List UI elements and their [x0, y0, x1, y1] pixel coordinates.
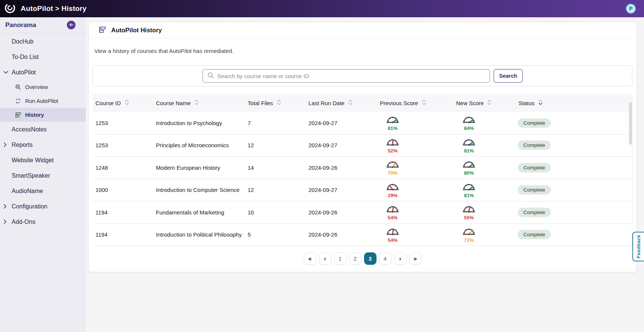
new-score-gauge-icon	[462, 182, 476, 192]
cell-status: Complete	[516, 185, 632, 195]
cell-course-name: Modern European History	[153, 164, 245, 171]
new-score-value: 81%	[464, 148, 474, 154]
cell-course-id: 1248	[93, 164, 153, 171]
cell-last-run-date: 2024-09-27	[306, 120, 377, 126]
card-header: AutoPilot History	[89, 23, 636, 38]
page-button-1[interactable]: 1	[334, 252, 346, 265]
cell-total-files: 10	[245, 209, 306, 216]
column-header-new-score[interactable]: New Score	[454, 100, 516, 106]
status-badge: Complete	[518, 163, 551, 172]
card-description: View a history of courses that AutoPilot…	[89, 38, 636, 62]
sidebar-item-smartspeaker[interactable]: SmartSpeaker	[0, 168, 86, 183]
previous-score-gauge-icon	[386, 226, 399, 237]
new-score-gauge-icon	[462, 137, 476, 148]
column-header-status[interactable]: Status	[516, 100, 632, 106]
new-score-value: 81%	[464, 193, 474, 198]
cell-course-name: Fundamentals of Marketing	[153, 209, 245, 216]
sidebar-header: Panorama	[0, 17, 86, 33]
sidebar-subitem-overview[interactable]: Overview	[0, 80, 86, 94]
page-button-4[interactable]: 4	[379, 252, 392, 265]
previous-page-button[interactable]: ‹	[319, 252, 331, 265]
history-flowchart-icon	[98, 26, 106, 35]
table-row: 1253 Principles of Microeconomics 12 202…	[93, 134, 632, 157]
page-title: AutoPilot > History	[21, 5, 620, 13]
feedback-label: Feedback	[636, 235, 641, 258]
cell-status: Complete	[516, 140, 632, 150]
cell-last-run-date: 2024-09-26	[306, 209, 377, 216]
sidebar-item-configuration[interactable]: Configuration	[0, 199, 86, 214]
first-page-button[interactable]: «	[304, 252, 316, 265]
column-header-total-files[interactable]: Total Files	[245, 100, 306, 106]
new-score-gauge-icon	[462, 204, 476, 214]
column-header-course-name[interactable]: Course Name	[153, 100, 245, 106]
sidebar-item-website-widget[interactable]: Website Widget	[0, 152, 86, 168]
status-badge: Complete	[518, 118, 551, 128]
user-avatar[interactable]: P	[626, 3, 636, 14]
table-row: 1248 Modern European History 14 2024-09-…	[93, 157, 632, 179]
sidebar-item-autopilot[interactable]: AutoPilot	[0, 65, 86, 80]
sidebar-subitem-run-autopilot[interactable]: Run AutoPilot	[0, 94, 86, 108]
cell-course-name: Introduction to Psychology	[153, 120, 245, 126]
chevron-right-icon	[3, 204, 12, 209]
table-row: 1194 Fundamentals of Marketing 10 2024-0…	[93, 201, 632, 224]
search-button[interactable]: Search	[494, 69, 522, 83]
cell-previous-score: 54%	[377, 204, 454, 220]
search-panel: Search	[93, 65, 632, 86]
chevron-down-icon	[3, 71, 12, 74]
cell-total-files: 12	[245, 187, 306, 193]
arrow-left-icon	[69, 22, 74, 28]
new-score-value: 84%	[464, 125, 474, 131]
cell-last-run-date: 2024-09-27	[306, 142, 377, 148]
status-badge: Complete	[518, 185, 551, 195]
cell-new-score: 81%	[454, 137, 516, 154]
main-content: AutoPilot History View a history of cour…	[87, 17, 644, 332]
page-button-2[interactable]: 2	[349, 252, 361, 265]
page-button-3[interactable]: 3	[364, 252, 376, 265]
search-input[interactable]	[217, 73, 485, 79]
status-badge: Complete	[518, 208, 551, 217]
status-badge: Complete	[518, 230, 551, 239]
cell-status: Complete	[516, 208, 632, 217]
cell-course-name: Introduction to Political Philosophy	[153, 231, 245, 238]
cell-new-score: 55%	[454, 204, 516, 220]
sort-icon	[487, 100, 492, 106]
sidebar-subitem-history[interactable]: History	[0, 108, 86, 122]
search-icon	[207, 72, 214, 80]
history-icon	[14, 111, 21, 118]
previous-score-gauge-icon	[386, 182, 399, 192]
status-badge: Complete	[518, 140, 551, 150]
sidebar-item-todo-list[interactable]: To-Do List	[0, 49, 86, 65]
cell-previous-score: 54%	[377, 226, 454, 243]
feedback-button[interactable]: Feedback	[632, 232, 644, 261]
sidebar-collapse-button[interactable]	[67, 21, 76, 29]
column-header-course-id[interactable]: Course ID	[93, 100, 153, 106]
cell-last-run-date: 2024-09-26	[306, 164, 377, 171]
last-page-button[interactable]: »	[409, 252, 422, 265]
table-row: 1000 Introduction to Computer Science 12…	[93, 179, 632, 202]
history-table: Course ID Course Name Total Files Last R…	[93, 94, 632, 246]
new-score-gauge-icon	[462, 159, 476, 170]
cell-total-files: 5	[245, 231, 306, 238]
chevron-right-icon	[3, 142, 12, 147]
sort-icon	[422, 100, 426, 106]
cell-previous-score: 81%	[377, 115, 454, 131]
column-header-previous-score[interactable]: Previous Score	[377, 100, 454, 106]
column-header-last-run-date[interactable]: Last Run Date	[306, 100, 377, 106]
cell-status: Complete	[516, 118, 632, 128]
sidebar-item-add-ons[interactable]: Add-Ons	[0, 214, 86, 229]
cell-course-name: Principles of Microeconomics	[153, 142, 245, 148]
next-page-button[interactable]: ›	[394, 252, 407, 265]
table-row: 1253 Introduction to Psychology 7 2024-0…	[93, 112, 632, 134]
table-scrollbar[interactable]	[629, 102, 632, 145]
sidebar-item-dochub[interactable]: DocHub	[0, 34, 86, 49]
cell-course-name: Introduction to Computer Science	[153, 187, 245, 193]
previous-score-gauge-icon	[386, 115, 399, 125]
sort-icon	[538, 100, 543, 106]
sidebar-item-accessnotes[interactable]: AccessNotes	[0, 122, 86, 137]
cell-previous-score: 29%	[377, 182, 454, 198]
table-row: 1194 Introduction to Political Philosoph…	[93, 224, 632, 246]
cell-previous-score: 52%	[377, 137, 454, 154]
sidebar-item-audioname[interactable]: AudioName	[0, 183, 86, 199]
sidebar-item-reports[interactable]: Reports	[0, 137, 86, 152]
sort-icon	[124, 100, 129, 106]
